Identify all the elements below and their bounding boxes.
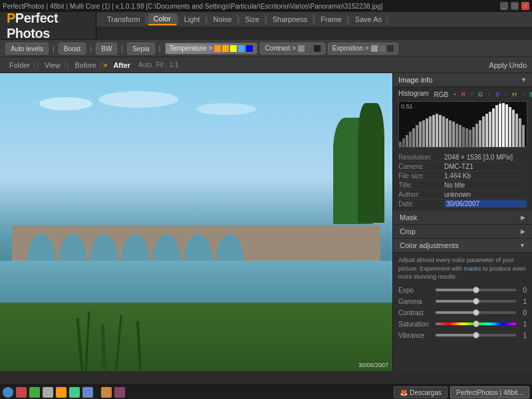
nav-before[interactable]: Before <box>71 61 101 69</box>
expo-label: Expo <box>398 287 433 294</box>
photo-canvas: 30/06/2007 <box>0 73 392 371</box>
auto-levels-button[interactable]: Auto levels <box>5 43 49 55</box>
svg-rect-7 <box>422 120 425 147</box>
hist-channel-r[interactable]: R <box>461 91 466 98</box>
meta-author-value: unknown <box>444 191 527 198</box>
main-content: 30/06/2007 Image info ▼ Histogram RGB • … <box>0 73 532 371</box>
taskbar-icon-4[interactable] <box>43 387 53 398</box>
expo-slider-row: Expo 0 <box>393 285 532 296</box>
histogram-tab[interactable]: Histogram <box>398 90 429 97</box>
nav-item-noise[interactable]: Noise <box>207 14 237 25</box>
minimize-button[interactable]: _ <box>500 2 508 10</box>
hist-channel-b[interactable]: B <box>495 91 499 98</box>
taskbar-icon-5[interactable] <box>56 387 66 398</box>
temperature-label: Temperature > <box>170 45 213 52</box>
nav-folder[interactable]: Folder <box>5 61 35 69</box>
svg-rect-35 <box>515 114 518 147</box>
exposition-swatches <box>371 45 394 52</box>
apply-button[interactable]: Apply <box>489 61 507 69</box>
contrast-track[interactable] <box>436 311 516 314</box>
close-button[interactable]: × <box>521 2 529 10</box>
contrast-button[interactable]: Contrast > <box>260 43 325 55</box>
contrast-swatches <box>298 45 321 52</box>
taskbar-icon-6[interactable] <box>69 387 80 398</box>
maximize-button[interactable]: □ <box>511 2 519 10</box>
taskbar-icon-7[interactable] <box>82 387 93 398</box>
taskbar-icon-8[interactable] <box>101 387 112 398</box>
svg-rect-10 <box>432 115 435 147</box>
temperature-button[interactable]: Temperature > <box>165 43 258 55</box>
masks-link[interactable]: masks <box>464 265 481 272</box>
boost-button[interactable]: Boost <box>59 43 86 55</box>
nav-item-frame[interactable]: Frame <box>315 14 348 25</box>
breadcrumb-bar: Folder | View | Before > After Auto Fit … <box>0 57 532 73</box>
meta-filesize-value: 1.464 Kb <box>444 172 527 180</box>
crop-section[interactable]: Crop ▶ <box>393 225 532 239</box>
meta-resolution-row: Resolution: 2048 × 1536 [3,0 MPix] <box>398 153 527 162</box>
meta-camera-label: Camera: <box>398 163 442 170</box>
svg-rect-26 <box>485 114 488 147</box>
nav-after[interactable]: After <box>109 61 134 69</box>
app-logo-area: PPerfect Photos <box>0 12 96 40</box>
saturation-label: Saturation <box>398 321 433 328</box>
svg-rect-19 <box>462 127 465 147</box>
auto-label: Auto <box>134 61 156 68</box>
mask-arrow: ▶ <box>521 214 525 221</box>
nav-view[interactable]: View <box>41 61 65 69</box>
crop-arrow: ▶ <box>521 228 525 235</box>
hist-channel-h[interactable]: H <box>512 91 517 98</box>
contrast-slider-label: Contrast <box>398 309 433 317</box>
meta-author-row: Author: unknown <box>398 190 527 200</box>
color-adjustments-section[interactable]: Color adjustments ▼ <box>393 239 532 253</box>
gamma-value: 1 <box>519 298 527 305</box>
sliders-container: Expo 0 Gamma 1 Contrast <box>393 285 532 341</box>
hist-channel-s[interactable]: S <box>529 91 532 98</box>
ratio-label[interactable]: 1:1 <box>170 61 179 68</box>
svg-rect-15 <box>449 120 452 147</box>
mask-section[interactable]: Mask ▶ <box>393 211 532 225</box>
taskbar-firefox[interactable]: 🦊 Descargas <box>394 386 448 398</box>
exposition-button[interactable]: Exposition > <box>328 43 398 55</box>
contrast-label: Contrast > <box>265 45 295 52</box>
crop-label: Crop <box>400 227 416 235</box>
taskbar-icon-9[interactable] <box>114 387 125 398</box>
gamma-slider-row: Gamma 1 <box>393 296 532 307</box>
taskbar-icon-2[interactable] <box>16 387 27 398</box>
contrast-value: 0 <box>519 309 527 317</box>
undo-button[interactable]: Undo <box>509 61 527 69</box>
nav-item-color[interactable]: Color <box>148 13 177 25</box>
svg-rect-3 <box>409 132 412 147</box>
meta-resolution-value: 2048 × 1536 [3,0 MPix] <box>444 154 527 161</box>
taskbar-perfectphotos[interactable]: PerfectPhotos | 48bit... <box>450 386 529 398</box>
sepia-button[interactable]: Sepia <box>127 43 155 55</box>
nav-item-saveas[interactable]: Save As <box>350 14 388 25</box>
svg-rect-22 <box>472 127 475 147</box>
meta-date-value: 30/06/2007 <box>444 200 527 207</box>
expo-track[interactable] <box>436 289 516 291</box>
svg-rect-28 <box>492 108 495 147</box>
fit-label[interactable]: Fit <box>156 61 164 68</box>
svg-rect-27 <box>489 112 491 147</box>
bw-button[interactable]: BW <box>96 43 117 55</box>
hist-channel-g[interactable]: G <box>478 91 483 98</box>
svg-rect-36 <box>519 118 521 147</box>
nav-item-light[interactable]: Light <box>179 14 206 25</box>
svg-rect-32 <box>505 104 508 147</box>
vibrance-track[interactable] <box>436 334 516 336</box>
svg-rect-13 <box>442 116 445 147</box>
saturation-track[interactable] <box>436 323 516 325</box>
svg-rect-17 <box>456 124 458 147</box>
meta-filesize-label: File size: <box>398 172 442 180</box>
hist-channel-rgb[interactable]: RGB <box>434 91 449 98</box>
photo-view[interactable]: 30/06/2007 <box>0 73 392 371</box>
temperature-colors <box>214 45 253 52</box>
nav-item-transform[interactable]: Transform <box>102 14 146 25</box>
nav-item-size[interactable]: Size <box>239 14 265 25</box>
gamma-track[interactable] <box>436 300 516 303</box>
image-info-arrow: ▼ <box>521 76 527 83</box>
taskbar-icon-3[interactable] <box>29 387 40 398</box>
image-info-header[interactable]: Image info ▼ <box>393 73 532 87</box>
nav-item-sharpness[interactable]: Sharpness <box>267 14 314 25</box>
taskbar-icon-1[interactable] <box>3 387 13 398</box>
meta-camera-value: DMC-TZ1 <box>444 163 527 170</box>
